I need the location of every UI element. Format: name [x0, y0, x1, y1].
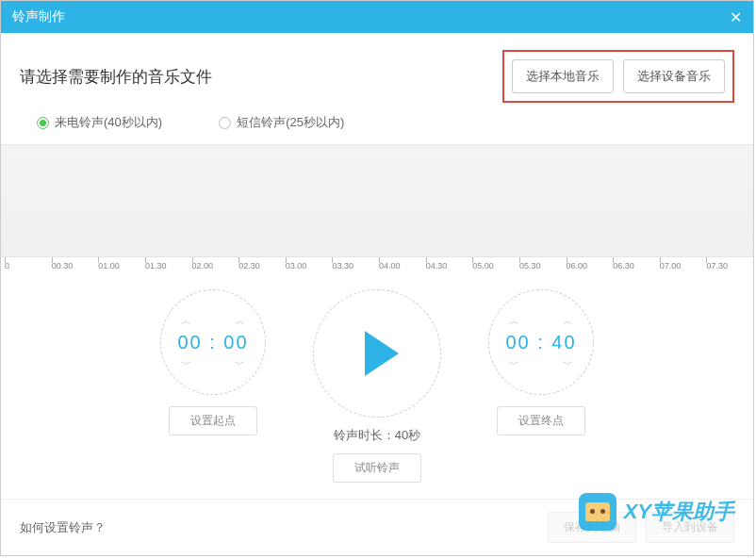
ruler-tick: 06.00	[567, 261, 614, 271]
radio-label: 来电铃声(40秒以内)	[55, 114, 162, 131]
chevron-down-icon[interactable]: ﹀	[229, 357, 251, 371]
radio-label: 短信铃声(25秒以内)	[237, 114, 344, 131]
top-section: 请选择需要制作的音乐文件 选择本地音乐 选择设备音乐	[1, 33, 753, 114]
chevron-up-icon[interactable]: ︿	[175, 314, 197, 328]
duration-label: 铃声时长：40秒	[334, 427, 420, 444]
titlebar: 铃声制作 ✕	[1, 1, 753, 33]
chevron-up-icon[interactable]: ︿	[557, 314, 579, 328]
import-to-device-button[interactable]: 导入到设备	[646, 512, 734, 543]
time-ruler: 000.3001.0001.3002.0002.3003.0003.3004.0…	[1, 257, 753, 271]
select-device-music-button[interactable]: 选择设备音乐	[623, 59, 725, 93]
chevron-down-icon[interactable]: ﹀	[175, 357, 197, 371]
play-icon	[365, 331, 399, 376]
chevron-up-icon[interactable]: ︿	[229, 314, 251, 328]
select-local-music-button[interactable]: 选择本地音乐	[512, 59, 614, 93]
ringtone-type-radios: 来电铃声(40秒以内) 短信铃声(25秒以内)	[1, 114, 753, 144]
radio-icon	[37, 117, 49, 129]
start-time-circle: ︿ ︿ 00 : 00 ﹀ ﹀	[160, 289, 266, 395]
help-link[interactable]: 如何设置铃声？	[20, 519, 106, 536]
radio-sms[interactable]: 短信铃声(25秒以内)	[219, 114, 344, 131]
set-start-button[interactable]: 设置起点	[169, 406, 257, 435]
ruler-tick: 07.00	[660, 261, 707, 271]
ruler-tick: 07.30	[706, 261, 753, 271]
radio-icon	[219, 117, 231, 129]
ringtone-maker-window: 铃声制作 ✕ 请选择需要制作的音乐文件 选择本地音乐 选择设备音乐 来电铃声(4…	[0, 0, 754, 556]
ruler-tick: 0	[5, 261, 52, 271]
ruler-tick: 05.30	[519, 261, 567, 271]
footer-actions: 保存到电脑 导入到设备	[548, 512, 734, 543]
chevron-down-icon[interactable]: ﹀	[557, 357, 579, 371]
ruler-tick: 03.00	[286, 261, 333, 271]
window-title: 铃声制作	[12, 8, 65, 25]
ruler-tick: 05.00	[472, 261, 519, 271]
controls-row: ︿ ︿ 00 : 00 ﹀ ﹀ 设置起点 铃声时长：40秒 试听铃声 ︿	[1, 271, 753, 483]
ruler-tick: 01.00	[98, 261, 145, 271]
chevron-up-icon[interactable]: ︿	[503, 314, 525, 328]
ruler-tick: 01.30	[145, 261, 192, 271]
preview-ringtone-button[interactable]: 试听铃声	[333, 453, 421, 483]
end-point-block: ︿ ︿ 00 : 40 ﹀ ﹀ 设置终点	[488, 289, 594, 435]
end-time-value: 00 : 40	[505, 332, 576, 353]
close-icon[interactable]: ✕	[730, 8, 742, 26]
chevron-down-icon[interactable]: ﹀	[503, 357, 525, 371]
start-point-block: ︿ ︿ 00 : 00 ﹀ ﹀ 设置起点	[160, 289, 266, 435]
source-buttons-highlight: 选择本地音乐 选择设备音乐	[502, 50, 734, 103]
set-end-button[interactable]: 设置终点	[497, 406, 585, 435]
instruction-heading: 请选择需要制作的音乐文件	[20, 66, 212, 88]
ruler-tick: 02.00	[192, 261, 239, 271]
ruler-tick: 03.30	[332, 261, 379, 271]
ruler-tick: 04.00	[379, 261, 426, 271]
ruler-tick: 02.30	[238, 261, 286, 271]
ruler-tick: 04.30	[426, 261, 473, 271]
waveform-area[interactable]	[1, 144, 753, 257]
ruler-tick: 00.30	[52, 261, 99, 271]
radio-incoming-call[interactable]: 来电铃声(40秒以内)	[37, 114, 162, 131]
play-button[interactable]	[313, 289, 441, 418]
save-to-pc-button[interactable]: 保存到电脑	[548, 512, 636, 543]
play-block: 铃声时长：40秒 试听铃声	[313, 289, 441, 483]
end-time-circle: ︿ ︿ 00 : 40 ﹀ ﹀	[488, 289, 594, 395]
footer: 如何设置铃声？ 保存到电脑 导入到设备	[1, 499, 753, 555]
start-time-value: 00 : 00	[177, 332, 248, 353]
ruler-tick: 06.30	[613, 261, 660, 271]
